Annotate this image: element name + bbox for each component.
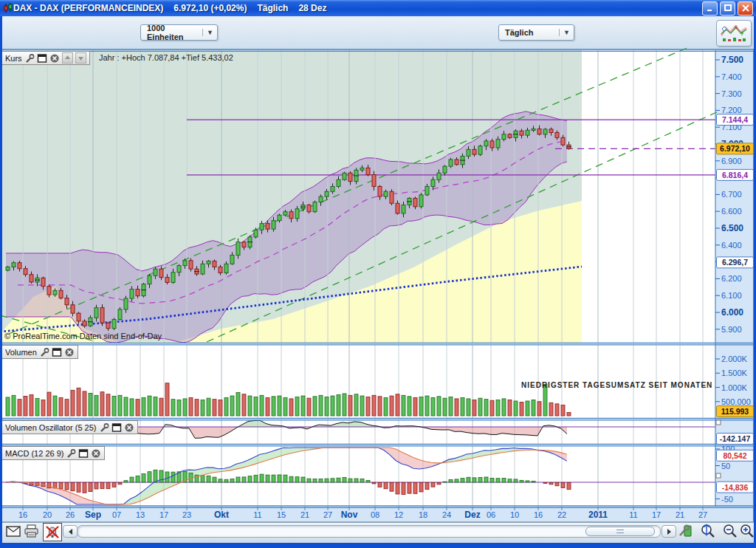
svg-text:2.000K: 2.000K — [721, 355, 748, 363]
svg-text:21: 21 — [300, 510, 309, 519]
axis-badge: -142.147 — [717, 434, 754, 445]
chevron-down-icon: ▼ — [559, 29, 570, 36]
svg-text:80,542: 80,542 — [723, 451, 746, 460]
svg-text:24: 24 — [442, 510, 451, 519]
axis-badge: 80,542 — [717, 450, 754, 461]
svg-text:500.000: 500.000 — [721, 397, 751, 406]
svg-text:20: 20 — [43, 510, 52, 519]
volume-panel-label: Volumen — [5, 348, 37, 357]
anchor-handle — [716, 473, 721, 478]
wrench-icon[interactable] — [24, 53, 35, 64]
svg-text:27: 27 — [698, 510, 707, 519]
svg-text:Dez: Dez — [464, 510, 480, 520]
svg-text:7.500: 7.500 — [721, 55, 743, 65]
svg-text:08: 08 — [371, 510, 379, 519]
svg-text:7.400: 7.400 — [721, 72, 742, 81]
svg-text:Nov: Nov — [341, 510, 358, 520]
svg-text:115.993: 115.993 — [721, 407, 749, 416]
period-dropdown[interactable]: Täglich ▼ — [498, 24, 574, 41]
svg-text:10: 10 — [510, 510, 519, 519]
units-dropdown[interactable]: 1000 Einheiten ▼ — [140, 24, 218, 41]
macd-panel-label: MACD (12 26 9) — [5, 449, 63, 458]
svg-text:2011: 2011 — [588, 510, 608, 520]
svg-text:6.400: 6.400 — [721, 241, 742, 250]
period-dropdown-value: Täglich — [505, 28, 534, 37]
zoom-fit-icon[interactable] — [698, 523, 716, 539]
macd-panel-header: MACD (12 26 9) — [1, 446, 105, 460]
move-down-icon[interactable] — [75, 52, 86, 64]
svg-text:16: 16 — [18, 510, 27, 519]
volume-oscillator-panel-header: Volumen Oszillator (5 25) — [1, 420, 138, 434]
kurs-panel-label: Kurs — [5, 54, 22, 63]
svg-text:27: 27 — [323, 510, 332, 519]
svg-text:6.296,7: 6.296,7 — [722, 258, 748, 267]
axis-badge: 6.972,10 — [717, 143, 754, 154]
svg-text:17: 17 — [652, 510, 661, 519]
alarm-disabled-icon[interactable] — [43, 523, 62, 541]
svg-text:17: 17 — [159, 510, 168, 519]
copyright-note: © ProRealTime.com Daten sind End-of-Day — [4, 332, 162, 340]
svg-text:1.500K: 1.500K — [721, 369, 748, 377]
svg-text:Okt: Okt — [214, 510, 229, 520]
tool-settings-icon[interactable] — [678, 524, 694, 538]
wrench-icon[interactable] — [99, 422, 109, 433]
svg-text:21: 21 — [676, 510, 684, 519]
svg-text:6.200: 6.200 — [721, 274, 742, 283]
svg-text:7.144,4: 7.144,4 — [722, 115, 748, 124]
svg-text:07: 07 — [112, 510, 121, 519]
svg-text:7.200: 7.200 — [721, 106, 742, 114]
svg-text:50: 50 — [721, 462, 730, 470]
svg-text:-50: -50 — [721, 495, 733, 504]
svg-text:1.000K: 1.000K — [721, 383, 748, 392]
window-icon[interactable] — [52, 347, 62, 357]
svg-text:-14,836: -14,836 — [722, 483, 749, 492]
axis-badge: 7.144,4 — [717, 114, 754, 126]
svg-text:-142.147: -142.147 — [720, 434, 751, 443]
chevron-down-icon: ▼ — [202, 29, 213, 36]
axis-badge: 6.296,7 — [717, 257, 754, 268]
svg-text:13: 13 — [136, 510, 145, 519]
window-border-left — [0, 16, 2, 548]
units-dropdown-value: 1000 Einheiten — [147, 24, 195, 41]
svg-text:11: 11 — [629, 510, 637, 519]
wrench-icon[interactable] — [66, 448, 76, 459]
svg-text:6.600: 6.600 — [721, 207, 742, 216]
wrench-icon[interactable] — [39, 347, 49, 357]
window-icon[interactable] — [78, 448, 89, 459]
svg-text:6.100: 6.100 — [721, 291, 742, 300]
app-window: 7.5007.4007.3007.2007.1007.0006.9006.800… — [0, 0, 756, 548]
svg-text:6.000: 6.000 — [721, 307, 743, 318]
print-icon[interactable] — [24, 524, 39, 538]
axis-badge: 115.993 — [717, 406, 754, 417]
svg-text:Sep: Sep — [85, 510, 101, 520]
window-icon[interactable] — [37, 53, 47, 64]
move-up-icon[interactable] — [62, 52, 73, 64]
svg-text:6.900: 6.900 — [721, 157, 742, 165]
svg-text:6.500: 6.500 — [721, 223, 743, 233]
svg-text:16: 16 — [534, 510, 543, 519]
anchor-handle — [716, 420, 721, 425]
volume-panel-header: Volumen — [1, 345, 78, 359]
svg-text:06: 06 — [487, 510, 495, 519]
zoom-out-icon[interactable] — [721, 523, 738, 539]
svg-text:6.972,10: 6.972,10 — [720, 144, 750, 153]
svg-text:22: 22 — [557, 510, 566, 519]
axis-badge: 6.816,4 — [717, 169, 754, 180]
svg-text:11: 11 — [253, 510, 261, 519]
window-border-bottom — [0, 543, 756, 548]
year-high-low-info: Jahr : +Hoch 7.087,84 +Tief 5.433,02 — [99, 53, 233, 62]
zoom-in-icon[interactable] — [738, 523, 755, 539]
svg-text:6.816,4: 6.816,4 — [722, 171, 748, 179]
window-icon[interactable] — [111, 422, 122, 433]
chart-canvas[interactable]: 7.5007.4007.3007.2007.1007.0006.9006.800… — [0, 0, 756, 548]
svg-text:12: 12 — [394, 510, 403, 519]
email-icon[interactable] — [6, 526, 21, 537]
close-panel-icon[interactable] — [64, 347, 75, 357]
close-panel-icon[interactable] — [91, 448, 101, 459]
svg-text:15: 15 — [277, 510, 286, 519]
axis-badge: -14,836 — [717, 482, 754, 493]
svg-text:7.300: 7.300 — [721, 89, 742, 98]
close-panel-icon[interactable] — [124, 422, 134, 433]
svg-text:26: 26 — [66, 510, 75, 519]
close-panel-icon[interactable] — [49, 53, 60, 64]
